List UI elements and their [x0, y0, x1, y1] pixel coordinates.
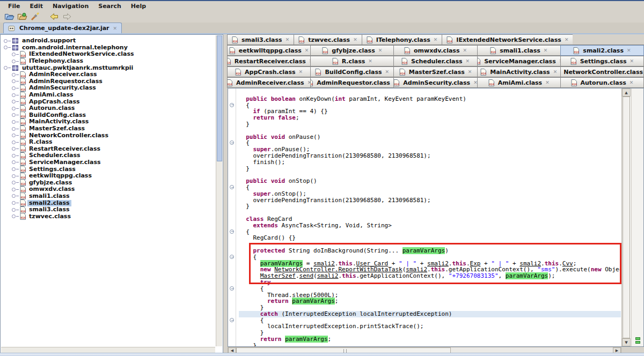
fold-collapse-icon[interactable]: [230, 229, 234, 234]
code-text[interactable]: public boolean onKeyDown(int paramInt, K…: [237, 88, 621, 346]
editor-tab-appcrash-class[interactable]: 010AppCrash.class✕: [227, 66, 311, 77]
tree-item-adminreceiver-class[interactable]: 010AdminReceiver.class: [2, 71, 215, 78]
tree-expander-icon[interactable]: [12, 73, 16, 77]
tree-expander-icon[interactable]: [12, 147, 16, 151]
tree-item-android-support[interactable]: android.support: [2, 38, 215, 44]
editor-tab-smali3-class[interactable]: 010smali3.class✕: [227, 34, 294, 45]
fold-collapse-icon[interactable]: [230, 318, 234, 322]
open-type-icon[interactable]: [16, 11, 28, 22]
tab-close-icon[interactable]: ✕: [434, 37, 438, 42]
tree-item-smali1-class[interactable]: 010smali1.class: [2, 193, 215, 200]
tree-expander-icon[interactable]: [12, 93, 16, 97]
tree-item-smali3-class[interactable]: 010smali3.class: [2, 206, 215, 213]
code-view[interactable]: public boolean onKeyDown(int paramInt, K…: [228, 88, 644, 347]
editor-tab-smali1-class[interactable]: 010smali1.class✕: [477, 45, 561, 56]
tab-close-icon[interactable]: ✕: [630, 58, 634, 64]
search-icon[interactable]: [28, 11, 41, 22]
jar-tab[interactable]: Chrome_update-dex2jar.jar ✕: [3, 23, 122, 33]
tab-close-icon[interactable]: ✕: [385, 69, 390, 75]
tree-expander-icon[interactable]: [4, 46, 8, 49]
tree-item-smali2-class[interactable]: 010smali2.class: [2, 199, 215, 206]
tree-expander-icon[interactable]: [12, 201, 16, 205]
tree-expander-icon[interactable]: [12, 194, 16, 198]
menu-help[interactable]: Help: [126, 2, 151, 10]
tree-item-gfybjze-class[interactable]: 010gfybjze.class: [2, 179, 215, 186]
tree-item-mainactivity-class[interactable]: 010MainActivity.class: [2, 118, 215, 125]
tree-scrollbar-thumb[interactable]: [217, 35, 222, 161]
tab-close-icon[interactable]: ✕: [465, 58, 470, 64]
tab-close-icon[interactable]: ✕: [353, 37, 357, 42]
tab-close-icon[interactable]: ✕: [553, 69, 558, 75]
editor-vertical-scrollbar[interactable]: ▲ ▼: [621, 88, 631, 346]
tree-item-autorun-class[interactable]: 010Autorun.class: [2, 105, 215, 112]
tree-item-itelephony-class[interactable]: 010ITelephony.class: [2, 58, 215, 65]
tree-horizontal-scrollbar[interactable]: [1, 347, 215, 353]
editor-tab-scheduler-class[interactable]: 010Scheduler.class✕: [393, 56, 477, 66]
tab-close-icon[interactable]: ✕: [544, 48, 548, 53]
tree-expander-icon[interactable]: [12, 140, 16, 144]
fold-collapse-icon[interactable]: [230, 185, 234, 189]
tree-expander-icon[interactable]: [12, 79, 16, 83]
editor-tab-restartreceiver-class[interactable]: 010RestartReceiver.class✕: [227, 56, 311, 66]
tree-item-eetkwlltqppg-class[interactable]: 010eetkwlltqppg.class: [2, 173, 215, 180]
tree-expander-icon[interactable]: [12, 188, 16, 191]
tab-close-icon[interactable]: ✕: [299, 69, 303, 75]
tree-expander-icon[interactable]: [4, 66, 8, 70]
tree-item-buildconfig-class[interactable]: 010BuildConfig.class: [2, 112, 215, 119]
tree-item-appcrash-class[interactable]: 010AppCrash.class: [2, 98, 215, 105]
editor-tab-networkcontroller-class[interactable]: 010NetworkController.class✕: [560, 66, 644, 77]
tree-expander-icon[interactable]: [12, 53, 16, 56]
menu-search[interactable]: Search: [93, 2, 126, 10]
editor-tab-mainactivity-class[interactable]: 010MainActivity.class✕: [477, 66, 561, 77]
menu-file[interactable]: File: [3, 2, 25, 10]
scroll-down-arrow-icon[interactable]: ▼: [622, 338, 631, 346]
editor-tab-autorun-class[interactable]: 010Autorun.class✕: [560, 77, 644, 88]
tree-expander-icon[interactable]: [12, 181, 16, 184]
tree-item-iextendednetworkservice-class[interactable]: 010IExtendedNetworkService.class: [2, 51, 215, 58]
fold-collapse-icon[interactable]: [230, 286, 234, 291]
fold-collapse-icon[interactable]: [230, 255, 234, 259]
editor-tab-settings-class[interactable]: 010Settings.class✕: [560, 56, 644, 66]
tab-close-icon[interactable]: ✕: [368, 58, 372, 64]
tab-close-icon[interactable]: ✕: [468, 69, 472, 75]
menu-navigation[interactable]: Navigation: [48, 2, 93, 10]
tree-item-r-class[interactable]: 010R.class: [2, 139, 215, 146]
tree-expander-icon[interactable]: [12, 214, 16, 218]
tree-expander-icon[interactable]: [12, 160, 16, 164]
tree-item-adminrequestor-class[interactable]: 010AdminRequestor.class: [2, 78, 215, 85]
tree-expander-icon[interactable]: [12, 174, 16, 178]
occurrence-mark[interactable]: [635, 341, 640, 344]
tree-item-settings-class[interactable]: 010Settings.class: [2, 166, 215, 173]
editor-tab-smali2-class[interactable]: 010smali2.class✕: [560, 45, 644, 56]
tree-item-servicemanager-class[interactable]: 010ServiceManager.class: [2, 159, 215, 166]
tree-item-com-android-internal-telephony[interactable]: com.android.internal.telephony: [2, 44, 215, 51]
open-file-icon[interactable]: [3, 11, 16, 22]
forward-icon[interactable]: [61, 11, 74, 22]
fold-collapse-icon[interactable]: [230, 103, 234, 107]
tree-expander-icon[interactable]: [4, 39, 8, 43]
tree-expander-icon[interactable]: [12, 167, 16, 171]
jar-tab-close-icon[interactable]: ✕: [113, 26, 118, 31]
editor-tab-gfybjze-class[interactable]: 010gfybjze.class✕: [310, 45, 394, 56]
editor-tab-adminrequestor-class[interactable]: 010AdminRequestor.class✕: [310, 77, 394, 88]
editor-tab-adminreceiver-class[interactable]: 010AdminReceiver.class✕: [227, 77, 311, 88]
tree-expander-icon[interactable]: [12, 208, 16, 212]
tree-vertical-scrollbar[interactable]: [216, 35, 222, 346]
tab-close-icon[interactable]: ✕: [545, 80, 550, 85]
editor-tab-omwxdv-class[interactable]: 010omwxdv.class✕: [393, 45, 477, 56]
tab-close-icon[interactable]: ✕: [378, 48, 383, 53]
fold-collapse-icon[interactable]: [230, 140, 234, 145]
editor-tab-r-class[interactable]: 010R.class✕: [310, 56, 394, 66]
tree-item-tzwvec-class[interactable]: 010tzwvec.class: [2, 213, 215, 220]
tree-item-amiami-class[interactable]: 010AmiAmi.class: [2, 92, 215, 99]
tree-expander-icon[interactable]: [12, 154, 16, 158]
editor-vscroll-thumb[interactable]: [623, 97, 630, 338]
tree-item-omwxdv-class[interactable]: 010omwxdv.class: [2, 186, 215, 193]
tree-expander-icon[interactable]: [12, 113, 16, 117]
tree-expander-icon[interactable]: [12, 107, 16, 110]
tab-close-icon[interactable]: ✕: [286, 37, 290, 42]
editor-tab-itelephony-class[interactable]: 010ITelephony.class✕: [362, 34, 443, 45]
editor-tab-iextendednetworkservice-class[interactable]: 010IExtendedNetworkService.class✕: [442, 34, 573, 45]
tree-expander-icon[interactable]: [12, 120, 16, 124]
tree-expander-icon[interactable]: [12, 100, 16, 103]
